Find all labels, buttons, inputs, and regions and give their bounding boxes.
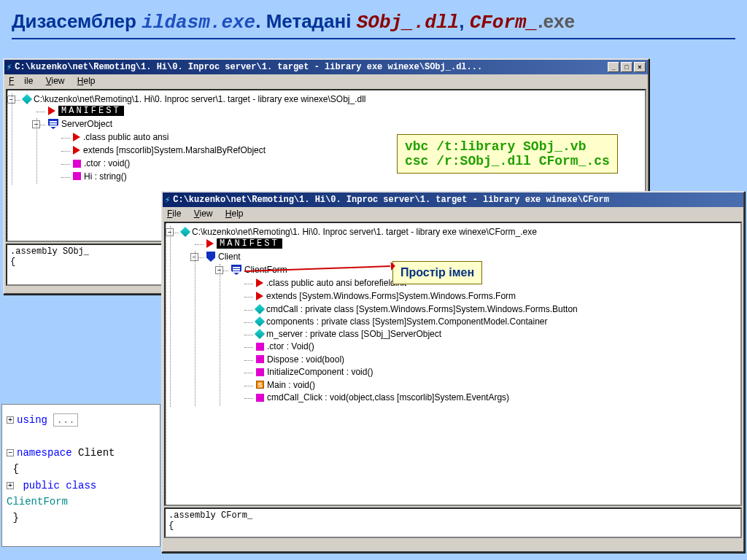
attr-icon [73, 146, 80, 155]
menubar: File View Help [163, 207, 743, 220]
max-button[interactable]: □ [621, 62, 632, 72]
menu-view[interactable]: View [46, 76, 65, 86]
method-icon [73, 172, 81, 180]
tree-item[interactable]: cmdCall_Click : void(object,class [mscor… [267, 392, 509, 402]
attr-icon [256, 292, 263, 300]
app-icon: ⚡ [165, 195, 170, 206]
method-icon [256, 355, 264, 363]
fold-icon[interactable]: + [7, 482, 14, 489]
manifest-icon [48, 106, 55, 115]
titlebar[interactable]: ⚡ C:\kuzenko\net\Remoting\1. Hi\0. Inpro… [163, 192, 743, 207]
field-icon [255, 316, 265, 327]
close-button[interactable]: × [634, 62, 646, 72]
manifest-node[interactable]: MANIFEST [217, 238, 282, 249]
tree-item[interactable]: InitializeComponent : void() [267, 367, 373, 377]
min-button[interactable]: _ [608, 62, 619, 72]
window-title: C:\kuzenko\net\Remoting\1. Hi\0. Inproc … [173, 195, 741, 205]
class-icon [231, 265, 241, 275]
attr-icon [73, 133, 80, 141]
fold-icon[interactable]: + [7, 416, 14, 424]
tree-item[interactable]: cmdCall : private class [System.Windows.… [266, 304, 578, 314]
namespace-icon [206, 252, 215, 262]
manifest-node[interactable]: MANIFEST [58, 106, 124, 116]
menu-file[interactable]: File [9, 76, 33, 86]
tree-item[interactable]: Dispose : void(bool) [267, 354, 344, 365]
assembly-icon [180, 227, 190, 237]
manifest-icon [206, 239, 214, 248]
tree-item[interactable]: Hi : string() [84, 171, 127, 182]
tree-item[interactable]: .ctor : Void() [267, 341, 314, 351]
assembly-icon [22, 94, 32, 104]
method-icon [73, 160, 81, 168]
class-icon [48, 119, 58, 129]
callout-compile-commands: vbc /t:library SObj_.vb csc /r:SObj_.dll… [397, 134, 618, 174]
fold-icon[interactable]: − [7, 449, 14, 456]
entry-icon [256, 381, 264, 389]
menu-help[interactable]: Help [77, 76, 96, 86]
tree-item[interactable]: .class public auto ansi beforefieldinit [266, 278, 406, 288]
slide-title: Дизасемблер ildasm.exe. Метадані SObj_.d… [12, 10, 735, 39]
tree-root[interactable]: C:\kuzenko\net\Remoting\1. Hi\0. Inproc … [192, 227, 537, 237]
namespace-node[interactable]: ServerObject [61, 119, 112, 129]
tree-item[interactable]: .class public auto ansi [83, 132, 169, 142]
method-icon [256, 343, 264, 351]
field-icon [255, 329, 265, 339]
namespace-node[interactable]: Client [218, 252, 241, 262]
tree-item[interactable]: extends [System.Windows.Forms]System.Win… [266, 291, 516, 301]
tree-item[interactable]: .ctor : void() [84, 158, 130, 168]
tree-root[interactable]: C:\kuzenko\net\Remoting\1. Hi\0. Inproc … [34, 94, 366, 104]
attr-icon [256, 279, 263, 287]
window-title: C:\kuzenko\net\Remoting\1. Hi\0. Inproc … [15, 62, 608, 72]
callout-namespace: Простір імен [392, 261, 482, 284]
assembly-pane: .assembly CForm_ { [164, 508, 742, 538]
tree-item[interactable]: extends [mscorlib]System.MarshalByRefObj… [83, 145, 266, 155]
menubar: File View Help [4, 74, 648, 88]
tree-item[interactable]: components : private class [System]Syste… [266, 316, 548, 327]
menu-view[interactable]: View [194, 209, 213, 219]
field-icon [255, 304, 265, 314]
code-panel: +using ... −namespace Client { + public … [1, 404, 160, 547]
tree-item[interactable]: m_server : private class [SObj_]ServerOb… [266, 329, 441, 339]
titlebar[interactable]: ⚡ C:\kuzenko\net\Remoting\1. Hi\0. Inpro… [4, 60, 648, 74]
method-icon [256, 368, 264, 376]
method-icon [256, 394, 264, 402]
tree-item[interactable]: Main : void() [267, 380, 315, 390]
app-icon: ⚡ [7, 62, 12, 73]
menu-file[interactable]: File [167, 209, 181, 219]
ildasm-window-cform: ⚡ C:\kuzenko\net\Remoting\1. Hi\0. Inpro… [161, 191, 745, 553]
menu-help[interactable]: Help [225, 209, 244, 219]
